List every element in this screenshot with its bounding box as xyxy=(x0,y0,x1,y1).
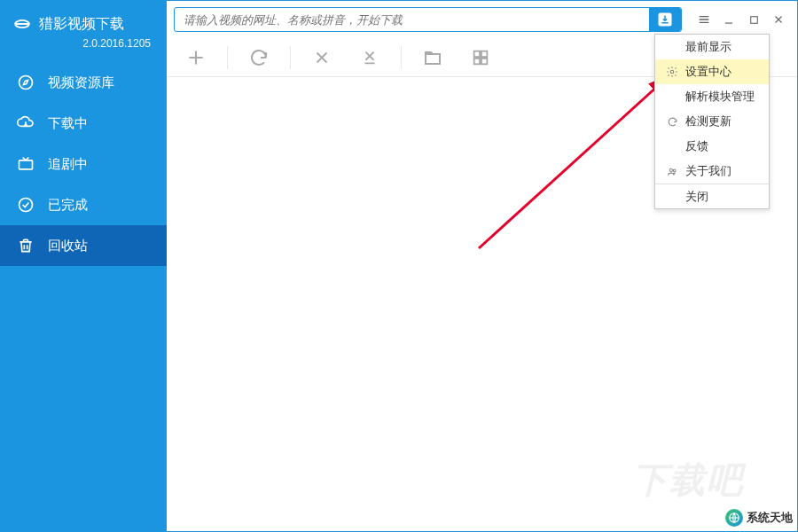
svg-rect-5 xyxy=(426,54,440,64)
trash-icon xyxy=(16,236,35,255)
download-icon xyxy=(657,12,673,27)
menu-item-feedback[interactable]: 反馈 xyxy=(655,134,769,159)
minimize-button[interactable] xyxy=(717,8,740,31)
blank-icon xyxy=(664,39,680,55)
search-download-button[interactable] xyxy=(649,8,681,31)
x-underline-icon xyxy=(360,48,379,67)
sidebar-item-label: 已完成 xyxy=(48,197,88,214)
svg-rect-4 xyxy=(750,16,757,23)
topbar xyxy=(167,1,797,38)
app-version: 2.0.2016.1205 xyxy=(0,35,167,62)
globe-icon xyxy=(725,509,743,527)
add-button[interactable] xyxy=(176,42,216,74)
svg-point-2 xyxy=(20,199,33,212)
menu-item-label: 检测更新 xyxy=(685,113,732,129)
refresh-small-icon xyxy=(664,113,680,129)
menu-item-label: 关闭 xyxy=(685,189,708,205)
app-logo-icon xyxy=(12,14,32,34)
app-window: 猎影视频下载 2.0.2016.1205 视频资源库 下载中 追剧中 已 xyxy=(0,0,798,532)
folder-button[interactable] xyxy=(412,42,453,74)
minimize-icon xyxy=(723,13,735,26)
window-controls xyxy=(692,8,790,31)
sidebar-item-label: 追剧中 xyxy=(48,156,88,173)
blank-icon xyxy=(664,189,680,205)
sidebar-item-completed[interactable]: 已完成 xyxy=(0,184,167,225)
people-icon xyxy=(664,163,680,179)
sidebar-item-series[interactable]: 追剧中 xyxy=(0,144,167,184)
svg-rect-9 xyxy=(481,58,487,63)
menu-item-about[interactable]: 关于我们 xyxy=(655,159,769,184)
svg-point-12 xyxy=(673,169,676,172)
toolbar-separator xyxy=(290,46,291,69)
menu-item-topmost[interactable]: 最前显示 xyxy=(655,35,769,59)
grid-icon xyxy=(471,48,490,67)
sidebar-item-label: 视频资源库 xyxy=(48,74,114,91)
settings-dropdown: 最前显示 设置中心 解析模块管理 检测更新 反馈 关于我们 xyxy=(654,34,770,209)
refresh-icon xyxy=(248,47,270,68)
search-input[interactable] xyxy=(175,13,649,27)
menu-item-label: 解析模块管理 xyxy=(685,89,755,105)
plus-icon xyxy=(184,46,207,69)
sidebar-item-library[interactable]: 视频资源库 xyxy=(0,62,167,103)
menu-item-label: 设置中心 xyxy=(685,64,732,80)
clear-button[interactable] xyxy=(349,42,390,74)
cloud-download-icon xyxy=(16,113,35,133)
menu-button[interactable] xyxy=(692,8,716,31)
refresh-button[interactable] xyxy=(239,42,279,74)
menu-item-settings[interactable]: 设置中心 xyxy=(655,59,769,84)
toolbar-separator xyxy=(227,46,228,69)
svg-rect-8 xyxy=(474,58,480,63)
menu-item-label: 最前显示 xyxy=(685,39,732,55)
delete-button[interactable] xyxy=(301,42,342,74)
close-icon xyxy=(772,13,785,26)
check-circle-icon xyxy=(16,195,35,215)
menu-item-close[interactable]: 关闭 xyxy=(655,184,769,208)
sidebar-item-recycle[interactable]: 回收站 xyxy=(0,225,167,266)
tv-icon xyxy=(16,154,35,174)
sidebar: 猎影视频下载 2.0.2016.1205 视频资源库 下载中 追剧中 已 xyxy=(0,0,167,532)
search-box xyxy=(174,7,682,32)
toolbar-separator xyxy=(401,46,402,69)
corner-badge: 系统天地 xyxy=(725,509,793,527)
svg-point-0 xyxy=(20,76,33,90)
corner-badge-text: 系统天地 xyxy=(747,510,793,526)
watermark-text: 下载吧 xyxy=(632,456,744,505)
sidebar-item-label: 回收站 xyxy=(48,238,88,254)
blank-icon xyxy=(664,138,680,154)
maximize-button[interactable] xyxy=(742,8,765,31)
app-title: 猎影视频下载 xyxy=(39,15,124,34)
svg-point-10 xyxy=(670,70,674,74)
sidebar-item-label: 下载中 xyxy=(48,115,88,132)
menu-item-modules[interactable]: 解析模块管理 xyxy=(655,84,769,109)
svg-point-11 xyxy=(669,168,672,171)
close-button[interactable] xyxy=(767,8,790,31)
menu-item-label: 反馈 xyxy=(685,138,708,154)
menu-item-update[interactable]: 检测更新 xyxy=(655,109,769,134)
blank-icon xyxy=(664,89,680,105)
maximize-icon xyxy=(748,14,760,26)
menu-item-label: 关于我们 xyxy=(685,163,732,179)
folder-icon xyxy=(422,47,443,68)
svg-rect-6 xyxy=(474,51,480,56)
svg-rect-1 xyxy=(20,160,33,169)
svg-rect-7 xyxy=(481,51,487,56)
hamburger-icon xyxy=(697,12,711,27)
x-icon xyxy=(312,48,332,67)
brand: 猎影视频下载 xyxy=(0,9,167,35)
compass-icon xyxy=(16,73,35,92)
grid-button[interactable] xyxy=(460,42,501,74)
gear-icon xyxy=(664,64,680,80)
sidebar-item-downloading[interactable]: 下载中 xyxy=(0,103,167,144)
